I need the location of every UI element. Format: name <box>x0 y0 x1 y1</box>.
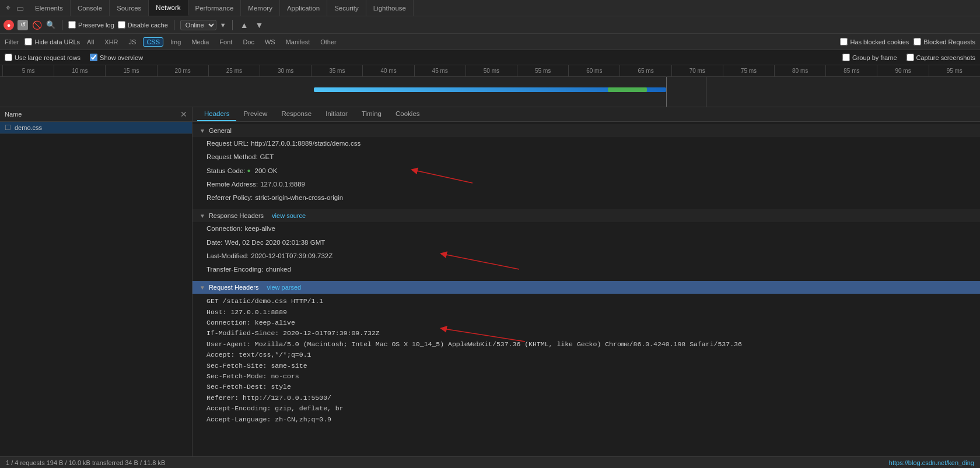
raw-line-2: Host: 127.0.0.1:8889 <box>206 307 966 318</box>
tick-70ms: 70 ms <box>671 65 723 76</box>
tab-bar: ⌖ ▭ Elements Console Sources Network Per… <box>0 0 980 16</box>
request-headers-raw: GET /static/demo.css HTTP/1.1 Host: 127.… <box>192 294 980 426</box>
file-icon: ☐ <box>5 124 11 132</box>
view-source-link[interactable]: view source <box>272 212 306 219</box>
filter-all[interactable]: All <box>83 37 97 47</box>
tab-security[interactable]: Security <box>327 0 366 16</box>
tick-45ms: 45 ms <box>414 65 466 76</box>
tab-lighthouse[interactable]: Lighthouse <box>366 0 414 16</box>
tab-elements[interactable]: Elements <box>28 0 71 16</box>
view-parsed-link[interactable]: view parsed <box>267 284 302 291</box>
file-row-demo-css[interactable]: ☐ demo.css <box>0 122 192 134</box>
general-section: ▼ General Request URL: http://127.0.0.1:… <box>192 122 980 207</box>
tab-response[interactable]: Response <box>274 107 318 121</box>
download-icon[interactable]: ▼ <box>254 20 265 30</box>
waterfall-bar-green <box>608 87 647 92</box>
show-overview-label[interactable]: Show overview <box>90 54 143 61</box>
has-blocked-cookies-label[interactable]: Has blocked cookies <box>840 38 909 45</box>
capture-screenshots-label[interactable]: Capture screenshots <box>907 54 976 61</box>
clear-button[interactable]: 🚫 <box>32 20 42 30</box>
options-left: Use large request rows Show overview <box>5 54 143 61</box>
raw-line-12: Accept-Language: zh-CN,zh;q=0.9 <box>206 414 966 425</box>
name-column-header: Name <box>5 111 22 118</box>
tab-headers[interactable]: Headers <box>197 107 236 121</box>
tab-performance[interactable]: Performance <box>188 0 242 16</box>
filter-other[interactable]: Other <box>317 37 340 47</box>
raw-line-7: Sec-Fetch-Site: same-site <box>206 361 966 371</box>
remote-address-val: 127.0.0.1:8889 <box>260 180 305 189</box>
filter-doc[interactable]: Doc <box>239 37 258 47</box>
blocked-requests-checkbox[interactable] <box>914 38 921 45</box>
close-panel-button[interactable]: ✕ <box>180 110 187 119</box>
hide-data-urls-checkbox[interactable] <box>24 38 32 45</box>
referrer-policy-val: strict-origin-when-cross-origin <box>255 193 343 203</box>
tick-20ms: 20 ms <box>157 65 208 76</box>
large-rows-checkbox[interactable] <box>5 54 12 61</box>
tab-timing[interactable]: Timing <box>355 107 388 121</box>
large-rows-label[interactable]: Use large request rows <box>5 54 80 61</box>
tick-80ms: 80 ms <box>774 65 825 76</box>
tab-console[interactable]: Console <box>71 0 110 16</box>
remote-address-row: Remote Address: 127.0.0.1:8889 <box>192 178 980 191</box>
disable-cache-label[interactable]: Disable cache <box>118 21 168 29</box>
tab-initiator[interactable]: Initiator <box>318 107 355 121</box>
has-blocked-cookies-checkbox[interactable] <box>840 38 848 45</box>
file-list-panel: Name ✕ ☐ demo.css <box>0 107 192 468</box>
connection-key: Connection: <box>206 224 242 234</box>
tab-preview[interactable]: Preview <box>236 107 274 121</box>
filter-label: Filter <box>5 38 19 45</box>
filter-row: Filter Hide data URLs All XHR JS CSS Img… <box>0 34 980 50</box>
tick-15ms: 15 ms <box>105 65 156 76</box>
record-button[interactable]: ● <box>4 20 14 30</box>
hide-data-urls-label[interactable]: Hide data URLs <box>24 38 80 45</box>
filter-media[interactable]: Media <box>188 37 212 47</box>
tick-85ms: 85 ms <box>825 65 877 76</box>
transfer-encoding-val: chunked <box>265 265 290 275</box>
upload-icon[interactable]: ▲ <box>239 20 250 30</box>
filter-css[interactable]: CSS <box>143 37 163 47</box>
search-button[interactable]: 🔍 <box>46 20 56 30</box>
status-code-val: 200 OK <box>255 166 278 176</box>
tick-25ms: 25 ms <box>208 65 260 76</box>
raw-line-4: If-Modified-Since: 2020-12-01T07:39:09.7… <box>206 328 966 339</box>
group-by-frame-label[interactable]: Group by frame <box>842 54 897 61</box>
preserve-log-label[interactable]: Preserve log <box>68 21 114 29</box>
filter-js[interactable]: JS <box>125 37 140 47</box>
filter-font[interactable]: Font <box>216 37 236 47</box>
blocked-requests-label[interactable]: Blocked Requests <box>914 38 975 45</box>
filter-img[interactable]: Img <box>167 37 184 47</box>
tick-50ms: 50 ms <box>466 65 517 76</box>
tab-sources[interactable]: Sources <box>110 0 149 16</box>
show-overview-checkbox[interactable] <box>90 54 97 61</box>
options-right: Group by frame Capture screenshots <box>842 54 975 61</box>
date-key: Date: <box>206 238 223 248</box>
status-bar: 1 / 4 requests 194 B / 10.0 kB transferr… <box>0 456 980 468</box>
response-headers-section-header[interactable]: ▼ Response Headers view source <box>192 209 980 222</box>
filter-right: Has blocked cookies Blocked Requests <box>840 38 975 45</box>
request-url-row: Request URL: http://127.0.0.1:8889/stati… <box>192 137 980 150</box>
capture-screenshots-checkbox[interactable] <box>907 54 914 61</box>
request-headers-section-header[interactable]: ▼ Request Headers view parsed <box>192 281 980 294</box>
connection-row: Connection: keep-alive <box>192 222 980 235</box>
preserve-log-checkbox[interactable] <box>68 21 76 29</box>
detail-panel: Headers Preview Response Initiator Timin… <box>192 107 980 468</box>
disable-cache-checkbox[interactable] <box>118 21 125 29</box>
throttle-select[interactable]: Online <box>180 20 216 30</box>
timeline-ruler: 5 ms 10 ms 15 ms 20 ms 25 ms 30 ms 35 ms… <box>0 65 980 77</box>
filter-xhr[interactable]: XHR <box>101 37 121 47</box>
response-headers-title: Response Headers <box>209 212 264 219</box>
date-row: Date: Wed, 02 Dec 2020 02:01:38 GMT <box>192 236 980 249</box>
filter-ws[interactable]: WS <box>261 37 279 47</box>
stop-button[interactable]: ↺ <box>18 20 28 30</box>
filter-manifest[interactable]: Manifest <box>282 37 314 47</box>
response-headers-toggle-icon: ▼ <box>200 213 205 219</box>
tab-network[interactable]: Network <box>149 0 188 16</box>
tab-memory[interactable]: Memory <box>241 0 280 16</box>
group-by-frame-checkbox[interactable] <box>842 54 850 61</box>
device-icon[interactable]: ▭ <box>15 3 24 13</box>
general-section-header[interactable]: ▼ General <box>192 124 980 137</box>
tab-cookies[interactable]: Cookies <box>388 107 427 121</box>
cursor-icon[interactable]: ⌖ <box>4 3 13 13</box>
request-headers-title: Request Headers <box>209 284 259 291</box>
tab-application[interactable]: Application <box>280 0 327 16</box>
